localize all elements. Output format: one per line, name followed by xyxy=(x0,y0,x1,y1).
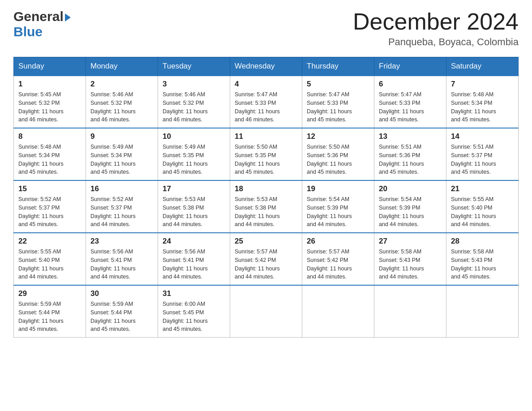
calendar-cell: 11Sunrise: 5:50 AM Sunset: 5:35 PM Dayli… xyxy=(230,128,302,180)
calendar-week-5: 29Sunrise: 5:59 AM Sunset: 5:44 PM Dayli… xyxy=(14,285,519,338)
logo-blue-word: Blue xyxy=(13,24,71,39)
day-number: 25 xyxy=(235,237,297,246)
calendar-cell: 14Sunrise: 5:51 AM Sunset: 5:37 PM Dayli… xyxy=(446,128,519,180)
day-info: Sunrise: 5:49 AM Sunset: 5:35 PM Dayligh… xyxy=(163,143,225,176)
day-info: Sunrise: 5:52 AM Sunset: 5:37 PM Dayligh… xyxy=(18,195,81,229)
calendar-cell: 29Sunrise: 5:59 AM Sunset: 5:44 PM Dayli… xyxy=(14,285,86,338)
day-info: Sunrise: 5:55 AM Sunset: 5:40 PM Dayligh… xyxy=(18,248,81,281)
page-header: General Blue December 2024 Panqueba, Boy… xyxy=(13,9,519,48)
day-info: Sunrise: 5:59 AM Sunset: 5:44 PM Dayligh… xyxy=(90,300,153,334)
day-number: 8 xyxy=(18,132,81,141)
day-number: 21 xyxy=(451,184,514,193)
day-info: Sunrise: 5:55 AM Sunset: 5:40 PM Dayligh… xyxy=(451,195,514,229)
calendar-cell: 24Sunrise: 5:56 AM Sunset: 5:41 PM Dayli… xyxy=(158,233,230,285)
day-number: 5 xyxy=(307,80,369,89)
day-info: Sunrise: 5:45 AM Sunset: 5:32 PM Dayligh… xyxy=(18,90,81,124)
calendar-header-tuesday: Tuesday xyxy=(158,57,230,76)
day-info: Sunrise: 5:57 AM Sunset: 5:42 PM Dayligh… xyxy=(307,248,369,281)
day-number: 27 xyxy=(379,237,442,246)
calendar-cell: 3Sunrise: 5:46 AM Sunset: 5:32 PM Daylig… xyxy=(158,76,230,128)
day-info: Sunrise: 5:50 AM Sunset: 5:35 PM Dayligh… xyxy=(235,143,297,176)
calendar-cell: 13Sunrise: 5:51 AM Sunset: 5:36 PM Dayli… xyxy=(374,128,446,180)
day-number: 20 xyxy=(379,184,442,193)
day-number: 12 xyxy=(307,132,369,141)
page-title: December 2024 xyxy=(353,9,519,34)
day-info: Sunrise: 5:56 AM Sunset: 5:41 PM Dayligh… xyxy=(90,248,153,281)
day-number: 31 xyxy=(163,289,225,298)
calendar-cell: 15Sunrise: 5:52 AM Sunset: 5:37 PM Dayli… xyxy=(14,180,86,233)
day-number: 6 xyxy=(379,80,442,89)
calendar-cell: 31Sunrise: 6:00 AM Sunset: 5:45 PM Dayli… xyxy=(158,285,230,338)
day-info: Sunrise: 5:47 AM Sunset: 5:33 PM Dayligh… xyxy=(235,90,297,124)
calendar-cell: 16Sunrise: 5:52 AM Sunset: 5:37 PM Dayli… xyxy=(86,180,158,233)
calendar-header-wednesday: Wednesday xyxy=(230,57,302,76)
calendar-cell: 22Sunrise: 5:55 AM Sunset: 5:40 PM Dayli… xyxy=(14,233,86,285)
day-number: 9 xyxy=(90,132,153,141)
day-info: Sunrise: 5:54 AM Sunset: 5:39 PM Dayligh… xyxy=(307,195,369,229)
day-info: Sunrise: 5:58 AM Sunset: 5:43 PM Dayligh… xyxy=(451,248,514,281)
calendar-header-saturday: Saturday xyxy=(446,57,519,76)
calendar-cell: 18Sunrise: 5:53 AM Sunset: 5:38 PM Dayli… xyxy=(230,180,302,233)
calendar-cell xyxy=(446,285,519,338)
calendar-cell: 30Sunrise: 5:59 AM Sunset: 5:44 PM Dayli… xyxy=(86,285,158,338)
calendar-cell: 2Sunrise: 5:46 AM Sunset: 5:32 PM Daylig… xyxy=(86,76,158,128)
calendar-cell: 25Sunrise: 5:57 AM Sunset: 5:42 PM Dayli… xyxy=(230,233,302,285)
day-info: Sunrise: 6:00 AM Sunset: 5:45 PM Dayligh… xyxy=(163,300,225,334)
day-number: 26 xyxy=(307,237,369,246)
day-number: 30 xyxy=(90,289,153,298)
logo: General Blue xyxy=(13,9,71,39)
calendar-cell: 21Sunrise: 5:55 AM Sunset: 5:40 PM Dayli… xyxy=(446,180,519,233)
calendar-cell: 5Sunrise: 5:47 AM Sunset: 5:33 PM Daylig… xyxy=(302,76,374,128)
title-block: December 2024 Panqueba, Boyaca, Colombia xyxy=(353,9,519,48)
page-subtitle: Panqueba, Boyaca, Colombia xyxy=(353,36,519,48)
day-info: Sunrise: 5:54 AM Sunset: 5:39 PM Dayligh… xyxy=(379,195,442,229)
calendar-cell: 12Sunrise: 5:50 AM Sunset: 5:36 PM Dayli… xyxy=(302,128,374,180)
logo-triangle-icon xyxy=(65,13,71,21)
day-info: Sunrise: 5:49 AM Sunset: 5:34 PM Dayligh… xyxy=(90,143,153,176)
day-info: Sunrise: 5:48 AM Sunset: 5:34 PM Dayligh… xyxy=(18,143,81,176)
logo-general-word: General xyxy=(13,9,64,24)
calendar-cell: 26Sunrise: 5:57 AM Sunset: 5:42 PM Dayli… xyxy=(302,233,374,285)
day-number: 4 xyxy=(235,80,297,89)
day-info: Sunrise: 5:46 AM Sunset: 5:32 PM Dayligh… xyxy=(90,90,153,124)
day-number: 1 xyxy=(18,80,81,89)
day-number: 29 xyxy=(18,289,81,298)
day-info: Sunrise: 5:51 AM Sunset: 5:36 PM Dayligh… xyxy=(379,143,442,176)
day-number: 14 xyxy=(451,132,514,141)
day-number: 24 xyxy=(163,237,225,246)
calendar-cell: 6Sunrise: 5:47 AM Sunset: 5:33 PM Daylig… xyxy=(374,76,446,128)
day-number: 19 xyxy=(307,184,369,193)
day-info: Sunrise: 5:56 AM Sunset: 5:41 PM Dayligh… xyxy=(163,248,225,281)
day-info: Sunrise: 5:51 AM Sunset: 5:37 PM Dayligh… xyxy=(451,143,514,176)
day-info: Sunrise: 5:58 AM Sunset: 5:43 PM Dayligh… xyxy=(379,248,442,281)
calendar-cell: 17Sunrise: 5:53 AM Sunset: 5:38 PM Dayli… xyxy=(158,180,230,233)
day-info: Sunrise: 5:47 AM Sunset: 5:33 PM Dayligh… xyxy=(307,90,369,124)
calendar-cell xyxy=(302,285,374,338)
calendar-cell: 9Sunrise: 5:49 AM Sunset: 5:34 PM Daylig… xyxy=(86,128,158,180)
calendar-header-thursday: Thursday xyxy=(302,57,374,76)
day-info: Sunrise: 5:53 AM Sunset: 5:38 PM Dayligh… xyxy=(235,195,297,229)
day-number: 15 xyxy=(18,184,81,193)
calendar-week-1: 1Sunrise: 5:45 AM Sunset: 5:32 PM Daylig… xyxy=(14,76,519,128)
calendar-cell: 27Sunrise: 5:58 AM Sunset: 5:43 PM Dayli… xyxy=(374,233,446,285)
day-number: 23 xyxy=(90,237,153,246)
day-info: Sunrise: 5:50 AM Sunset: 5:36 PM Dayligh… xyxy=(307,143,369,176)
calendar-cell: 20Sunrise: 5:54 AM Sunset: 5:39 PM Dayli… xyxy=(374,180,446,233)
logo-general-text: General xyxy=(13,9,71,24)
calendar-week-3: 15Sunrise: 5:52 AM Sunset: 5:37 PM Dayli… xyxy=(14,180,519,233)
calendar-week-2: 8Sunrise: 5:48 AM Sunset: 5:34 PM Daylig… xyxy=(14,128,519,180)
day-number: 18 xyxy=(235,184,297,193)
calendar-header-monday: Monday xyxy=(86,57,158,76)
calendar-cell: 4Sunrise: 5:47 AM Sunset: 5:33 PM Daylig… xyxy=(230,76,302,128)
day-info: Sunrise: 5:46 AM Sunset: 5:32 PM Dayligh… xyxy=(163,90,225,124)
day-number: 7 xyxy=(451,80,514,89)
calendar-cell: 8Sunrise: 5:48 AM Sunset: 5:34 PM Daylig… xyxy=(14,128,86,180)
calendar-cell: 7Sunrise: 5:48 AM Sunset: 5:34 PM Daylig… xyxy=(446,76,519,128)
day-info: Sunrise: 5:59 AM Sunset: 5:44 PM Dayligh… xyxy=(18,300,81,334)
calendar-cell xyxy=(230,285,302,338)
day-info: Sunrise: 5:47 AM Sunset: 5:33 PM Dayligh… xyxy=(379,90,442,124)
day-number: 13 xyxy=(379,132,442,141)
day-number: 28 xyxy=(451,237,514,246)
calendar-cell xyxy=(374,285,446,338)
day-info: Sunrise: 5:57 AM Sunset: 5:42 PM Dayligh… xyxy=(235,248,297,281)
